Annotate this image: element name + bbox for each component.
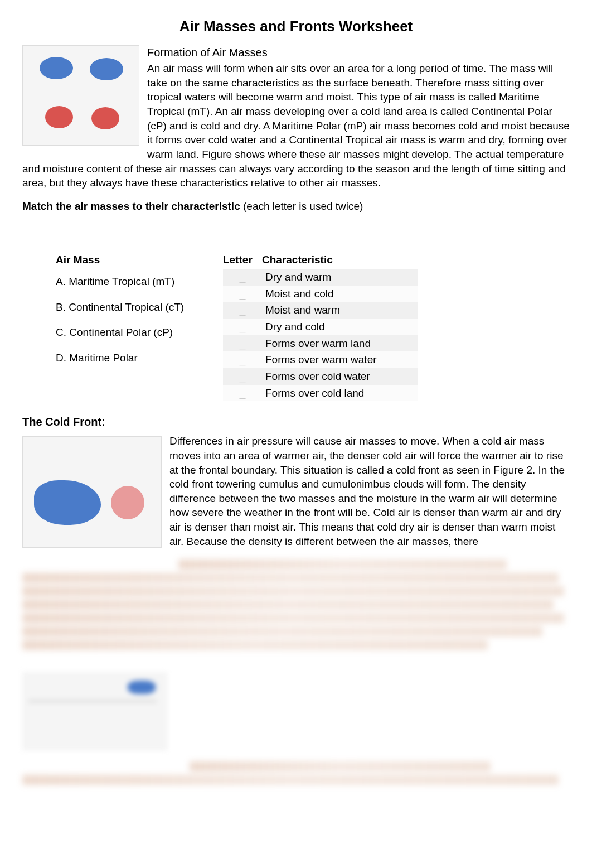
match-table: Air Mass A. Maritime Tropical (mT) B. Co… xyxy=(22,253,570,402)
blurred-text-line xyxy=(22,613,564,623)
characteristic-item: Forms over cold land xyxy=(262,385,418,402)
air-mass-option: D. Maritime Polar xyxy=(56,345,223,371)
characteristic-item: Dry and warm xyxy=(262,269,418,286)
letter-blank[interactable]: _ xyxy=(223,385,262,402)
figure-air-masses-map xyxy=(22,45,139,146)
characteristic-item: Forms over warm land xyxy=(262,335,418,352)
air-mass-header: Air Mass xyxy=(56,253,223,269)
characteristic-item: Dry and cold xyxy=(262,319,418,335)
blurred-figure xyxy=(22,672,167,750)
match-instruction-rest: (each letter is used twice) xyxy=(243,200,363,212)
characteristic-item: Forms over warm water xyxy=(262,351,418,368)
letter-blank[interactable]: _ xyxy=(223,351,262,368)
letter-blank[interactable]: _ xyxy=(223,302,262,319)
tropical-blob-icon xyxy=(45,106,73,128)
match-instruction: Match the air masses to their characteri… xyxy=(22,199,570,214)
letter-header: Letter xyxy=(223,253,262,269)
blurred-text-line xyxy=(22,640,488,650)
air-mass-option: A. Maritime Tropical (mT) xyxy=(56,269,223,295)
figure-cold-front-diagram xyxy=(22,436,162,548)
cold-front-heading: The Cold Front: xyxy=(22,414,570,430)
air-mass-option: B. Continental Tropical (cT) xyxy=(56,295,223,320)
polar-blob-icon xyxy=(40,57,73,79)
section-formation: Formation of Air Masses An air mass will… xyxy=(22,45,570,190)
polar-blob-icon xyxy=(90,58,123,80)
cloud-icon xyxy=(128,681,156,694)
blurred-text-line xyxy=(22,600,554,610)
blurred-text-line xyxy=(190,761,491,771)
letter-blank[interactable]: _ xyxy=(223,286,262,302)
match-instruction-bold: Match the air masses to their characteri… xyxy=(22,200,240,212)
letter-blank[interactable]: _ xyxy=(223,368,262,385)
air-mass-column: Air Mass A. Maritime Tropical (mT) B. Co… xyxy=(56,253,223,402)
characteristic-item: Forms over cold water xyxy=(262,368,418,385)
cold-air-shape-icon xyxy=(34,480,101,525)
characteristic-column: Characteristic Dry and warm Moist and co… xyxy=(262,253,418,402)
tropical-blob-icon xyxy=(91,107,119,129)
page-title: Air Masses and Fronts Worksheet xyxy=(22,17,570,36)
letter-blank[interactable]: _ xyxy=(223,319,262,335)
blurred-text-line xyxy=(178,560,507,570)
blurred-text-line xyxy=(22,586,564,596)
blurred-locked-content xyxy=(22,560,570,650)
section-cold-front: Differences in air pressure will cause a… xyxy=(22,434,570,548)
characteristic-item: Moist and cold xyxy=(262,286,418,302)
letter-column: Letter _ _ _ _ _ _ _ _ xyxy=(223,253,262,402)
letter-blank[interactable]: _ xyxy=(223,335,262,352)
blurred-text-line xyxy=(22,573,559,583)
blurred-locked-content-2 xyxy=(22,761,570,785)
letter-blank[interactable]: _ xyxy=(223,269,262,286)
blurred-text-line xyxy=(22,626,542,636)
blurred-text-line xyxy=(22,775,559,785)
characteristic-header: Characteristic xyxy=(262,253,418,269)
ground-line-icon xyxy=(28,701,157,702)
air-mass-option: C. Continental Polar (cP) xyxy=(56,320,223,345)
characteristic-item: Moist and warm xyxy=(262,302,418,319)
warm-air-shape-icon xyxy=(111,486,144,519)
